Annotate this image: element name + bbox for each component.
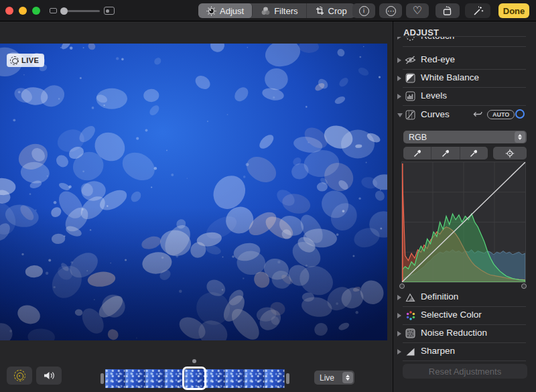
info-circle-icon: i	[359, 6, 369, 16]
tab-adjust[interactable]: Adjust	[198, 3, 253, 18]
adjust-panel: ADJUST Retouch	[393, 21, 536, 392]
live-photo-toggle-button[interactable]	[7, 367, 32, 385]
tab-adjust-label: Adjust	[220, 6, 244, 16]
sidebar-item-noise-reduction[interactable]: Noise Reduction	[393, 324, 536, 342]
auto-enhance-button[interactable]	[465, 3, 490, 18]
live-photo-icon	[10, 56, 19, 65]
disclosure-icon	[397, 313, 401, 318]
edit-mode-segmented-control: Adjust Filters Crop	[198, 3, 355, 18]
minimize-window-button[interactable]	[19, 7, 27, 15]
retouch-icon	[405, 37, 416, 42]
dial-icon	[206, 6, 216, 16]
color-dots-icon	[405, 310, 416, 321]
filmstrip-frame[interactable]	[245, 369, 265, 388]
divider	[403, 46, 526, 47]
filmstrip-frame[interactable]	[125, 369, 145, 388]
sidebar-item-label: Curves	[421, 109, 450, 119]
triangle-outline-icon	[405, 291, 416, 303]
done-button[interactable]: Done	[498, 3, 529, 18]
sidebar-item-label: Red-eye	[421, 54, 455, 64]
adjustment-enabled-toggle[interactable]	[515, 109, 525, 119]
magic-wand-icon	[472, 5, 484, 17]
sidebar-item-red-eye[interactable]: Red-eye	[393, 51, 536, 69]
disclosure-icon	[397, 76, 401, 81]
close-window-button[interactable]	[5, 7, 13, 15]
sidebar-item-levels[interactable]: Levels	[393, 87, 536, 105]
sidebar-item-label: Definition	[421, 291, 458, 302]
audio-toggle-button[interactable]	[36, 367, 62, 385]
disclosure-icon	[397, 58, 401, 63]
tab-filters[interactable]: Filters	[253, 3, 306, 18]
zoom-slider-track[interactable]	[61, 10, 100, 12]
sidebar-item-sharpen[interactable]: Sharpen	[393, 342, 536, 361]
sidebar-item-label: Selective Color	[421, 310, 482, 320]
heart-outline-icon: ♡	[413, 5, 422, 16]
crop-rotate-icon	[315, 6, 325, 16]
disclosure-icon	[397, 37, 401, 40]
curves-histogram-svg	[402, 162, 525, 282]
half-square-icon	[405, 72, 416, 84]
filmstrip-frame[interactable]	[225, 369, 245, 388]
gray-point-eyedropper-button[interactable]	[431, 147, 460, 159]
sidebar-item-white-balance[interactable]: White Balance	[393, 69, 536, 87]
eyedropper-button-group	[403, 147, 488, 159]
curves-histogram[interactable]	[401, 161, 526, 283]
speaker-icon	[43, 370, 56, 381]
sidebar-item-label: Levels	[421, 90, 447, 101]
photos-app-window: Adjust Filters Crop i	[0, 0, 536, 392]
sidebar-item-definition[interactable]: Definition	[393, 288, 536, 306]
live-mode-select[interactable]: Live	[314, 371, 354, 385]
live-photo-icon	[14, 370, 25, 381]
more-options-button[interactable]: ⋯	[379, 3, 402, 18]
trim-handle-left[interactable]	[100, 373, 104, 384]
zoom-window-button[interactable]	[32, 7, 40, 15]
disclosure-icon	[397, 331, 401, 336]
tab-crop-label: Crop	[328, 6, 347, 16]
add-point-button[interactable]	[493, 147, 527, 159]
curves-grid-icon	[405, 109, 416, 121]
undo-arrow-icon[interactable]	[472, 110, 483, 120]
noise-square-icon	[405, 328, 416, 339]
filmstrip-frame[interactable]	[205, 369, 225, 388]
live-mode-value: Live	[314, 373, 342, 383]
curves-channel-value: RGB	[403, 133, 515, 142]
zoom-slider-knob[interactable]	[60, 7, 68, 15]
sidebar-item-label: Retouch	[421, 37, 454, 41]
eyedropper-icon	[413, 149, 422, 158]
eyedropper-icon	[469, 149, 478, 158]
divider	[403, 361, 526, 361]
triangle-filled-icon	[405, 346, 416, 357]
auto-button[interactable]: AUTO	[487, 110, 515, 119]
ellipsis-circle-icon: ⋯	[386, 6, 396, 16]
filmstrip-frame[interactable]	[265, 369, 285, 388]
filmstrip-frame[interactable]	[105, 369, 125, 388]
reset-adjustments-button[interactable]: Reset Adjustments	[403, 364, 527, 379]
tab-crop[interactable]: Crop	[307, 3, 355, 18]
live-badge-label: LIVE	[21, 56, 39, 64]
photo-canvas[interactable]	[0, 44, 387, 340]
sidebar-item-selective-color[interactable]: Selective Color	[393, 306, 536, 324]
rotate-button[interactable]	[436, 3, 460, 18]
info-button[interactable]: i	[352, 3, 375, 18]
sidebar-item-label: White Balance	[421, 72, 479, 82]
key-frame-selector[interactable]	[182, 367, 206, 390]
zoom-slider-control	[50, 5, 115, 16]
sidebar-item-label: Noise Reduction	[421, 328, 487, 338]
photo-large-icon	[104, 7, 115, 15]
favorite-button[interactable]: ♡	[406, 3, 429, 18]
chevron-up-down-icon	[515, 131, 525, 143]
white-point-eyedropper-button[interactable]	[460, 147, 488, 159]
sidebar-item-retouch-clipped[interactable]: Retouch	[393, 37, 536, 46]
eyedropper-icon	[441, 149, 450, 158]
curves-channel-select[interactable]: RGB	[403, 131, 527, 143]
trim-handle-right[interactable]	[286, 373, 289, 384]
disclosure-icon	[397, 94, 401, 99]
chevron-up-down-icon	[342, 372, 353, 383]
overlapping-circles-icon	[261, 6, 271, 16]
black-point-eyedropper-button[interactable]	[403, 147, 431, 159]
sidebar-item-curves[interactable]: Curves AUTO	[393, 106, 536, 124]
filmstrip-frame[interactable]	[145, 369, 165, 388]
disclosure-icon	[397, 349, 401, 354]
rotate-icon	[442, 5, 454, 16]
live-photo-badge: LIVE	[7, 54, 44, 67]
